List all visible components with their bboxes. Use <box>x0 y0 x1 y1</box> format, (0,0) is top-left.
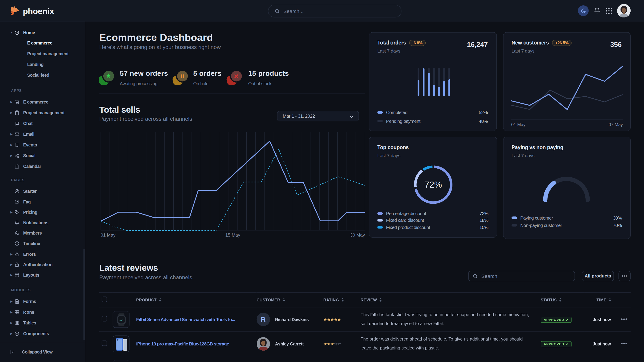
svg-text:72%: 72% <box>424 180 442 189</box>
